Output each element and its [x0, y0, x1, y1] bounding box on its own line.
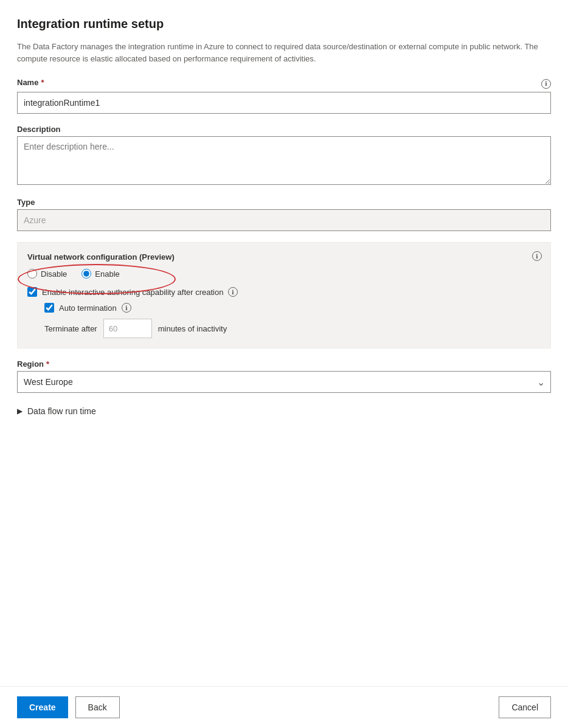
auto-termination-section: Auto termination ℹ Terminate after minut…: [27, 303, 541, 338]
region-select[interactable]: West Europe East US West US North Europe…: [17, 371, 551, 393]
data-flow-label: Data flow run time: [27, 406, 96, 416]
region-label: Region: [17, 359, 44, 369]
disable-radio-input[interactable]: [27, 269, 37, 279]
description-label: Description: [17, 125, 61, 134]
region-field-group: Region * West Europe East US West US Nor…: [17, 359, 551, 393]
cancel-button[interactable]: Cancel: [499, 696, 551, 718]
page-title: Integration runtime setup: [17, 17, 551, 31]
auto-termination-row: Auto termination ℹ: [44, 303, 541, 313]
description-field-group: Description: [17, 125, 551, 187]
vnet-info-icon[interactable]: ℹ: [532, 251, 542, 261]
name-input[interactable]: [17, 92, 551, 114]
auto-termination-label: Auto termination ℹ: [59, 303, 131, 313]
interactive-authoring-label: Enable interactive authoring capability …: [42, 287, 238, 297]
description-input[interactable]: [17, 136, 551, 185]
accordion-arrow-icon: ▶: [17, 407, 23, 415]
terminate-after-label: Terminate after: [44, 324, 97, 333]
minutes-label: minutes of inactivity: [158, 324, 227, 333]
enable-radio-label: Enable: [95, 269, 119, 279]
footer-left-actions: Create Back: [17, 696, 120, 718]
type-input: [17, 209, 551, 231]
terminate-after-input[interactable]: [103, 319, 152, 338]
interactive-authoring-row: Enable interactive authoring capability …: [27, 287, 541, 297]
data-flow-accordion[interactable]: ▶ Data flow run time: [17, 404, 551, 418]
auto-termination-info-icon[interactable]: ℹ: [122, 303, 131, 313]
terminate-after-row: Terminate after minutes of inactivity: [44, 319, 541, 338]
enable-radio-input[interactable]: [81, 269, 91, 279]
disable-radio-label: Disable: [41, 269, 67, 279]
back-button[interactable]: Back: [75, 696, 120, 718]
type-field-group: Type: [17, 198, 551, 231]
interactive-authoring-info-icon[interactable]: ℹ: [228, 287, 238, 297]
create-button[interactable]: Create: [17, 696, 68, 718]
vnet-section: Virtual network configuration (Preview) …: [17, 242, 551, 348]
name-label: Name: [17, 78, 38, 87]
interactive-authoring-checkbox[interactable]: [27, 287, 37, 297]
name-field-group: Name * ℹ: [17, 78, 551, 114]
auto-termination-checkbox[interactable]: [44, 303, 54, 313]
type-label: Type: [17, 198, 35, 207]
vnet-radio-group: Disable Enable: [27, 269, 541, 279]
enable-radio-option[interactable]: Enable: [81, 269, 119, 279]
name-required-star: *: [41, 78, 44, 87]
name-info-icon[interactable]: ℹ: [541, 79, 551, 89]
page-description: The Data Factory manages the integration…: [17, 41, 540, 64]
region-select-wrapper: West Europe East US West US North Europe…: [17, 371, 551, 393]
vnet-section-title: Virtual network configuration (Preview): [27, 252, 541, 262]
footer: Create Back Cancel: [0, 686, 568, 728]
disable-radio-option[interactable]: Disable: [27, 269, 67, 279]
region-required-star: *: [46, 359, 49, 369]
